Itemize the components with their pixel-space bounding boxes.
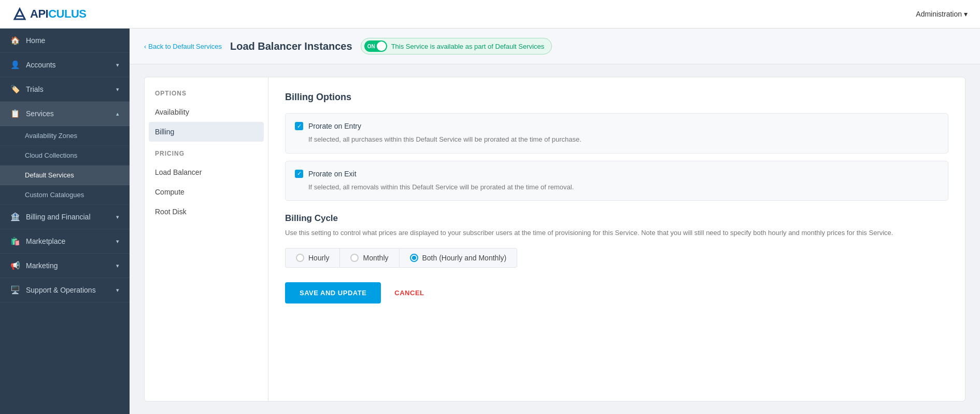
accounts-icon: 👤 <box>10 60 20 70</box>
logo-icon <box>12 7 27 21</box>
sidebar-item-home[interactable]: 🏠 Home <box>0 29 130 53</box>
back-link[interactable]: ‹ Back to Default Services <box>144 43 222 50</box>
left-menu-compute[interactable]: Compute <box>145 182 268 202</box>
trials-icon: 🏷️ <box>10 85 20 94</box>
sidebar-sub-default-services[interactable]: Default Services <box>0 165 130 185</box>
prorate-on-entry-checkbox[interactable]: ✓ <box>295 122 303 130</box>
checkmark-icon: ✓ <box>297 170 302 177</box>
actions-row: SAVE AND UPDATE CANCEL <box>285 282 948 303</box>
sidebar: 🏠 Home 👤 Accounts ▾ 🏷️ Trials ▾ 📋 Servic… <box>0 29 130 414</box>
top-header: APICULUS Administration ▾ <box>0 0 980 29</box>
radio-both-label: Both (Hourly and Monthly) <box>422 254 507 262</box>
billing-cycle-section: Billing Cycle Use this setting to contro… <box>285 213 948 268</box>
options-section-title: OPTIONS <box>145 90 268 102</box>
prorate-on-exit-card: ✓ Prorate on Exit If selected, all remov… <box>285 161 948 201</box>
left-menu-billing[interactable]: Billing <box>149 122 264 142</box>
sidebar-item-label: Marketplace <box>26 237 65 245</box>
services-icon: 📋 <box>10 109 20 118</box>
marketing-icon: 📢 <box>10 261 20 270</box>
sidebar-item-label: Home <box>26 36 45 45</box>
right-panel: Billing Options ✓ Prorate on Entry If se… <box>268 77 965 402</box>
breadcrumb-bar: ‹ Back to Default Services Load Balancer… <box>130 29 980 64</box>
toggle-knob <box>377 42 386 51</box>
radio-outer-hourly <box>296 254 304 262</box>
sidebar-sub-custom-catalogues[interactable]: Custom Catalogues <box>0 185 130 205</box>
prorate-on-exit-checkbox[interactable]: ✓ <box>295 170 303 178</box>
sidebar-item-label: Services <box>26 109 54 118</box>
sidebar-item-support[interactable]: 🖥️ Support & Operations ▾ <box>0 278 130 302</box>
radio-outer-both <box>410 254 418 262</box>
marketplace-icon: 🛍️ <box>10 237 20 246</box>
left-menu-load-balancer[interactable]: Load Balancer <box>145 162 268 182</box>
logo: APICULUS <box>12 7 86 21</box>
checkmark-icon: ✓ <box>297 123 302 130</box>
layout: 🏠 Home 👤 Accounts ▾ 🏷️ Trials ▾ 📋 Servic… <box>0 29 980 414</box>
sidebar-item-marketing[interactable]: 📢 Marketing ▾ <box>0 254 130 278</box>
toggle-switch[interactable]: ON <box>364 40 387 52</box>
svg-marker-0 <box>15 9 25 19</box>
chevron-up-icon: ▴ <box>116 111 119 117</box>
billing-cycle-radio-group: Hourly Monthly Both (Hourly and Monthly) <box>285 248 948 268</box>
billing-cycle-description: Use this setting to control what prices … <box>285 228 948 239</box>
chevron-left-icon: ‹ <box>144 43 146 50</box>
billing-icon: 🏦 <box>10 212 20 222</box>
radio-monthly[interactable]: Monthly <box>339 248 399 268</box>
sidebar-item-trials[interactable]: 🏷️ Trials ▾ <box>0 77 130 102</box>
left-menu-root-disk[interactable]: Root Disk <box>145 202 268 222</box>
chevron-down-icon: ▾ <box>116 214 119 220</box>
toggle-badge[interactable]: ON This Service is available as part of … <box>361 38 552 54</box>
home-icon: 🏠 <box>10 36 20 45</box>
sidebar-item-label: Support & Operations <box>26 286 96 294</box>
radio-monthly-label: Monthly <box>363 254 388 262</box>
sidebar-item-label: Accounts <box>26 61 56 69</box>
admin-dropdown[interactable]: Administration ▾ <box>916 10 968 18</box>
radio-both[interactable]: Both (Hourly and Monthly) <box>399 248 518 268</box>
left-panel: OPTIONS Availability Billing PRICING Loa… <box>144 77 268 402</box>
left-menu-availability[interactable]: Availability <box>145 102 268 122</box>
content-area: OPTIONS Availability Billing PRICING Loa… <box>130 64 980 414</box>
radio-outer-monthly <box>350 254 359 262</box>
toggle-description: This Service is available as part of Def… <box>391 43 545 50</box>
back-link-label: Back to Default Services <box>148 43 222 50</box>
save-button[interactable]: SAVE AND UPDATE <box>285 282 381 303</box>
chevron-down-icon: ▾ <box>116 287 119 294</box>
chevron-down-icon: ▾ <box>116 86 119 93</box>
sidebar-item-label: Trials <box>26 85 44 93</box>
sidebar-sub-cloud-collections[interactable]: Cloud Collections <box>0 146 130 165</box>
chevron-down-icon: ▾ <box>116 62 119 68</box>
sidebar-item-accounts[interactable]: 👤 Accounts ▾ <box>0 53 130 77</box>
sidebar-item-label: Billing and Financial <box>26 213 91 221</box>
sidebar-item-label: Marketing <box>26 261 58 270</box>
admin-label: Administration <box>916 10 962 18</box>
main-content: ‹ Back to Default Services Load Balancer… <box>130 29 980 414</box>
sidebar-item-services[interactable]: 📋 Services ▴ <box>0 102 130 126</box>
billing-cycle-title: Billing Cycle <box>285 213 948 224</box>
pricing-section-title: PRICING <box>145 142 268 162</box>
billing-options-title: Billing Options <box>285 92 948 103</box>
sidebar-item-marketplace[interactable]: 🛍️ Marketplace ▾ <box>0 229 130 254</box>
radio-hourly[interactable]: Hourly <box>285 248 339 268</box>
toggle-on-label: ON <box>367 44 375 49</box>
support-icon: 🖥️ <box>10 285 20 295</box>
prorate-on-exit-label: Prorate on Exit <box>308 170 357 178</box>
prorate-on-entry-description: If selected, all purchases within this D… <box>295 134 939 145</box>
cancel-button[interactable]: CANCEL <box>389 282 429 303</box>
chevron-down-icon: ▾ <box>116 238 119 245</box>
prorate-on-exit-description: If selected, all removals within this De… <box>295 182 939 192</box>
chevron-down-icon: ▾ <box>964 10 968 18</box>
radio-hourly-label: Hourly <box>308 254 329 262</box>
page-title: Load Balancer Instances <box>230 40 352 52</box>
prorate-on-entry-card: ✓ Prorate on Entry If selected, all purc… <box>285 113 948 154</box>
prorate-on-entry-label: Prorate on Entry <box>308 122 361 130</box>
radio-inner-both <box>412 256 416 260</box>
sidebar-item-billing[interactable]: 🏦 Billing and Financial ▾ <box>0 205 130 229</box>
sidebar-sub-availability-zones[interactable]: Availability Zones <box>0 126 130 146</box>
chevron-down-icon: ▾ <box>116 263 119 269</box>
logo-text: APICULUS <box>30 7 86 21</box>
